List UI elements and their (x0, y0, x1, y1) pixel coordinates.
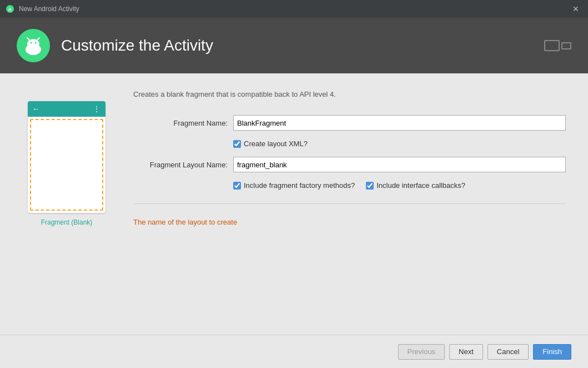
main-content: ← ⋮ Fragment (Blank) Creates a blank fra… (0, 73, 588, 335)
fragment-name-label: Fragment Name: (133, 119, 228, 127)
fragment-layout-input[interactable] (233, 157, 566, 172)
previous-button[interactable]: Previous (398, 344, 445, 360)
menu-icon: ⋮ (93, 105, 101, 113)
preview-label: Fragment (Blank) (41, 218, 93, 226)
svg-text:A: A (8, 7, 12, 12)
svg-rect-9 (38, 46, 40, 51)
fragment-layout-row: Fragment Layout Name: (133, 157, 566, 172)
window-title: New Android Activity (19, 5, 79, 13)
fragment-layout-label: Fragment Layout Name: (133, 161, 228, 169)
factory-methods-checkbox[interactable] (233, 182, 241, 190)
create-layout-checkbox[interactable] (233, 140, 241, 148)
create-layout-label: Create layout XML? (244, 140, 308, 148)
divider (133, 203, 566, 204)
checkbox-multi-row: Include fragment factory methods? Includ… (233, 181, 566, 190)
fragment-name-input[interactable] (233, 115, 566, 131)
cancel-button[interactable]: Cancel (488, 344, 529, 360)
fragment-name-row: Fragment Name: (133, 115, 566, 131)
create-layout-row: Create layout XML? (233, 140, 566, 148)
monitor-icon (544, 40, 571, 51)
svg-point-5 (35, 42, 37, 44)
close-button[interactable]: ✕ (569, 3, 582, 14)
android-logo (17, 29, 50, 62)
page-title: Customize the Activity (61, 37, 213, 54)
right-panel: Creates a blank fragment that is compati… (133, 90, 566, 318)
interface-callbacks-item: Include interface callbacks? (366, 181, 465, 190)
interface-callbacks-label: Include interface callbacks? (376, 181, 465, 190)
svg-rect-11 (34, 51, 37, 55)
back-icon: ← (32, 105, 40, 113)
app-icon: A (6, 4, 14, 13)
title-bar: A New Android Activity ✕ (0, 0, 588, 18)
interface-callbacks-checkbox[interactable] (366, 182, 374, 190)
next-button[interactable]: Next (449, 344, 483, 360)
svg-line-7 (37, 38, 39, 40)
svg-rect-10 (30, 51, 32, 55)
svg-point-4 (31, 42, 32, 44)
factory-methods-label: Include fragment factory methods? (244, 181, 355, 190)
svg-line-6 (27, 38, 29, 40)
phone-toolbar: ← ⋮ (28, 101, 105, 117)
hint-text: The name of the layout to create (133, 218, 566, 226)
phone-preview: ← ⋮ (28, 101, 105, 213)
svg-rect-8 (27, 46, 29, 51)
factory-methods-item: Include fragment factory methods? (233, 181, 355, 190)
form-section: Fragment Name: Create layout XML? Fragme… (133, 115, 566, 190)
footer: Previous Next Cancel Finish (0, 335, 588, 368)
description-text: Creates a blank fragment that is compati… (133, 90, 566, 98)
phone-content-area (30, 119, 103, 211)
finish-button[interactable]: Finish (533, 344, 571, 360)
left-panel: ← ⋮ Fragment (Blank) (22, 90, 111, 318)
header: Customize the Activity (0, 18, 588, 73)
